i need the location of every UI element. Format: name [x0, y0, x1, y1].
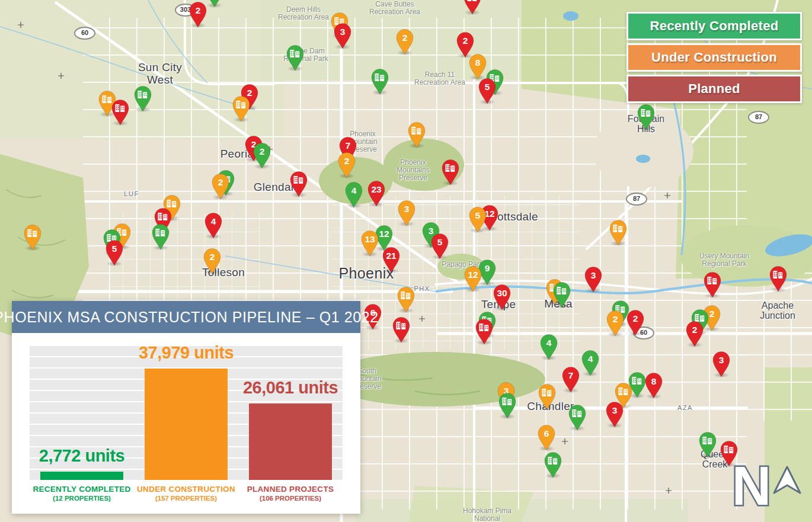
- map-pin-under-construction-building[interactable]: [23, 223, 43, 251]
- map-pin-under-construction-building[interactable]: [407, 121, 427, 148]
- pin-count-icon: 8: [644, 372, 664, 399]
- map-pin-under-construction[interactable]: 5: [468, 206, 488, 233]
- chart-category-name: RECENTLY COMPLETED: [30, 485, 134, 494]
- map-pin-planned[interactable]: 30: [492, 283, 512, 310]
- map-pin-recently-completed-building[interactable]: [552, 281, 572, 308]
- map-pin-planned[interactable]: 3: [605, 401, 625, 428]
- pin-building-icon: [396, 286, 416, 313]
- map-pin-planned-building[interactable]: [440, 158, 461, 185]
- map-label: LUF: [124, 191, 139, 198]
- map-pin-recently-completed[interactable]: 4: [539, 333, 559, 360]
- map-pin-planned[interactable]: 5: [104, 239, 124, 266]
- map-pin-planned[interactable]: 5: [477, 77, 497, 104]
- map-label: Apache Junction: [760, 300, 795, 321]
- pin-building-icon: [702, 271, 723, 298]
- map-pin-under-construction-building[interactable]: [396, 286, 416, 313]
- map-pin-under-construction[interactable]: 2: [210, 172, 231, 200]
- svg-text:2: 2: [210, 252, 215, 262]
- map-pin-recently-completed[interactable]: 2: [252, 142, 272, 169]
- svg-text:2: 2: [196, 5, 201, 15]
- map-pin-under-construction[interactable]: 2: [605, 309, 625, 337]
- legend-item-0: Recently Completed: [626, 12, 802, 40]
- chart-category-properties: (12 PROPERTIES): [30, 495, 134, 502]
- map-pin-under-construction[interactable]: 13: [360, 229, 380, 257]
- map-pin-recently-completed-building[interactable]: [497, 392, 517, 419]
- map-pin-under-construction-building[interactable]: [608, 219, 628, 246]
- svg-text:12: 12: [468, 270, 478, 280]
- pin-count-icon: 7: [561, 366, 581, 393]
- svg-text:4: 4: [351, 185, 357, 196]
- map-pin-planned[interactable]: 4: [203, 212, 223, 239]
- map-pin-under-construction-building[interactable]: [231, 95, 251, 122]
- map-pin-recently-completed[interactable]: 4: [580, 349, 600, 376]
- svg-text:8: 8: [651, 376, 657, 386]
- pin-count-icon: 5: [468, 206, 488, 233]
- map-pin-recently-completed-building[interactable]: [285, 44, 305, 71]
- pin-count-icon: 4: [580, 349, 600, 376]
- pin-building-icon: [567, 403, 587, 431]
- pin-building-icon: [391, 316, 411, 343]
- svg-text:2: 2: [218, 177, 223, 187]
- pin-count-icon: 2: [395, 28, 415, 55]
- map-pin-under-construction[interactable]: 12: [463, 265, 483, 292]
- map-pin-recently-completed[interactable]: 4: [344, 181, 364, 208]
- north-arrow: N: [724, 449, 812, 514]
- map-pin-recently-completed-building[interactable]: [567, 403, 587, 431]
- north-letter: N: [732, 456, 771, 514]
- pin-count-icon: 3: [605, 401, 625, 428]
- map-pin-planned[interactable]: 2: [188, 1, 208, 28]
- svg-text:4: 4: [546, 338, 552, 348]
- chart-category-labels: RECENTLY COMPLETED(12 PROPERTIES)UNDER C…: [30, 485, 343, 502]
- pin-building-icon: [23, 223, 43, 251]
- map-pin-planned[interactable]: 21: [381, 246, 401, 273]
- pin-count-icon: 4: [344, 181, 364, 208]
- map-pin-under-construction[interactable]: 2: [337, 151, 357, 178]
- map-pin-planned[interactable]: 3: [583, 265, 603, 293]
- map-pin-under-construction-building[interactable]: [537, 383, 557, 410]
- map-pin-recently-completed-building[interactable]: [698, 431, 718, 458]
- map-pin-planned[interactable]: 2: [625, 309, 645, 336]
- map-pin-under-construction[interactable]: 3: [397, 199, 417, 226]
- pin-building-icon: [133, 85, 153, 112]
- map-pin-planned-building[interactable]: [391, 316, 411, 343]
- map-pin-planned[interactable]: 5: [430, 232, 450, 260]
- svg-text:8: 8: [475, 57, 481, 68]
- map-pin-planned-building[interactable]: [289, 170, 309, 197]
- map-pin-planned-building[interactable]: [702, 271, 723, 298]
- map-pin-under-construction[interactable]: 2: [395, 28, 415, 55]
- map-pin-planned[interactable]: 7: [561, 366, 581, 393]
- map-pin-under-construction[interactable]: 6: [536, 424, 557, 451]
- map-pin-recently-completed-building[interactable]: [636, 103, 656, 130]
- map-pin-planned-building[interactable]: [474, 318, 494, 345]
- map-pin-recently-completed-building[interactable]: [133, 85, 153, 112]
- pin-building-icon: [370, 68, 390, 95]
- map-pin-planned-building[interactable]: [768, 265, 788, 292]
- map-pin-planned[interactable]: 23: [366, 180, 386, 207]
- map-pin-recently-completed-building[interactable]: [543, 451, 563, 478]
- map-pin-planned[interactable]: 8: [644, 372, 664, 399]
- pin-count-icon: 13: [360, 229, 380, 257]
- chart-title: PHOENIX MSA CONSTRUCTION PIPELINE – Q1 2…: [12, 301, 360, 333]
- map-pin-under-construction[interactable]: 2: [202, 247, 222, 274]
- map-pin-planned-building[interactable]: [110, 98, 130, 126]
- chart-category-1: UNDER CONSTRUCTION(157 PROPERTIES): [134, 485, 238, 502]
- map-label: Phoenix Mountains Preserve: [397, 159, 429, 182]
- north-arrow-glyph: [774, 467, 800, 493]
- map-pin-planned-building[interactable]: [462, 0, 482, 15]
- pin-count-icon: 23: [366, 180, 386, 207]
- phoenix-construction-map: Sun City WestPeoriaGlendalePhoenixTolles…: [0, 0, 812, 522]
- map-pin-recently-completed-building[interactable]: [151, 223, 171, 250]
- pin-building-icon: [407, 121, 427, 148]
- svg-text:3: 3: [612, 405, 618, 415]
- svg-text:2: 2: [692, 325, 698, 335]
- map-pin-planned[interactable]: 2: [685, 320, 705, 347]
- svg-text:2: 2: [344, 156, 350, 166]
- chart-bar-2: [249, 403, 332, 480]
- map-pin-recently-completed-building[interactable]: [370, 68, 390, 95]
- map-pin-planned[interactable]: 3: [333, 22, 353, 49]
- pin-count-icon: 4: [539, 333, 559, 360]
- chart-category-properties: (106 PROPERTIES): [238, 495, 343, 502]
- chart-bar-1: [145, 369, 228, 480]
- map-pin-planned[interactable]: 3: [711, 350, 731, 377]
- svg-text:12: 12: [379, 229, 389, 239]
